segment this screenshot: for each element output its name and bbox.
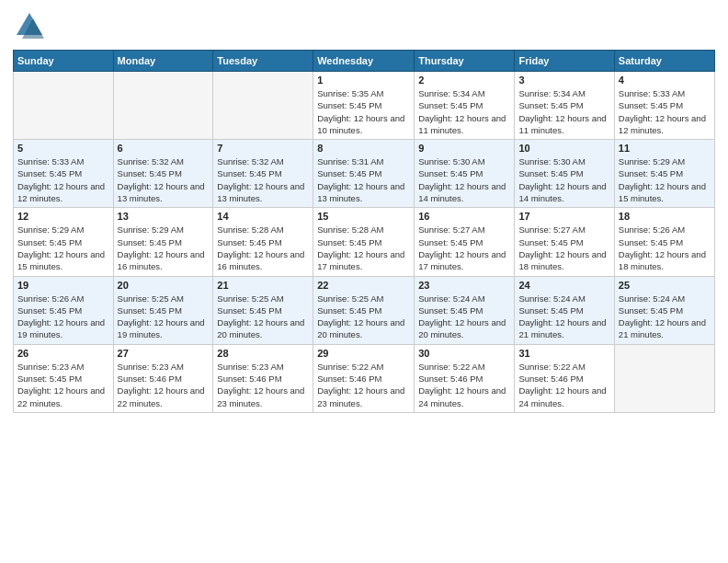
weekday-header-thursday: Thursday — [415, 51, 515, 72]
day-detail: Sunrise: 5:35 AMSunset: 5:45 PMDaylight:… — [317, 87, 410, 136]
calendar-cell: 20Sunrise: 5:25 AMSunset: 5:45 PMDayligh… — [113, 276, 213, 344]
calendar-cell: 14Sunrise: 5:28 AMSunset: 5:45 PMDayligh… — [213, 208, 313, 276]
day-number: 31 — [518, 348, 609, 359]
day-number: 3 — [518, 75, 609, 86]
calendar-cell: 28Sunrise: 5:23 AMSunset: 5:46 PMDayligh… — [213, 344, 313, 412]
day-detail: Sunrise: 5:24 AMSunset: 5:45 PMDaylight:… — [418, 293, 510, 341]
day-number: 19 — [17, 280, 109, 291]
day-number: 24 — [518, 280, 609, 291]
day-detail: Sunrise: 5:32 AMSunset: 5:45 PMDaylight:… — [217, 155, 309, 204]
day-detail: Sunrise: 5:25 AMSunset: 5:45 PMDaylight:… — [317, 293, 410, 341]
day-number: 26 — [17, 348, 109, 359]
day-detail: Sunrise: 5:34 AMSunset: 5:45 PMDaylight:… — [418, 87, 510, 136]
weekday-header-wednesday: Wednesday — [313, 51, 415, 72]
day-detail: Sunrise: 5:28 AMSunset: 5:45 PMDaylight:… — [217, 224, 309, 272]
day-number: 17 — [518, 211, 609, 222]
calendar-cell: 2Sunrise: 5:34 AMSunset: 5:45 PMDaylight… — [415, 72, 515, 140]
day-detail: Sunrise: 5:32 AMSunset: 5:45 PMDaylight:… — [118, 155, 210, 204]
calendar-cell: 10Sunrise: 5:30 AMSunset: 5:45 PMDayligh… — [515, 140, 614, 208]
calendar-cell: 12Sunrise: 5:29 AMSunset: 5:45 PMDayligh… — [14, 208, 114, 276]
calendar-cell: 16Sunrise: 5:27 AMSunset: 5:45 PMDayligh… — [415, 208, 515, 276]
calendar-cell: 24Sunrise: 5:24 AMSunset: 5:45 PMDayligh… — [515, 276, 614, 344]
day-detail: Sunrise: 5:30 AMSunset: 5:45 PMDaylight:… — [518, 155, 609, 204]
day-detail: Sunrise: 5:31 AMSunset: 5:45 PMDaylight:… — [317, 155, 410, 204]
day-number: 4 — [619, 75, 711, 86]
weekday-header-sunday: Sunday — [14, 51, 114, 72]
logo — [13, 9, 50, 42]
day-detail: Sunrise: 5:26 AMSunset: 5:45 PMDaylight:… — [17, 293, 109, 341]
calendar-table: SundayMondayTuesdayWednesdayThursdayFrid… — [13, 50, 715, 413]
calendar-cell: 15Sunrise: 5:28 AMSunset: 5:45 PMDayligh… — [313, 208, 415, 276]
calendar-cell: 5Sunrise: 5:33 AMSunset: 5:45 PMDaylight… — [14, 140, 114, 208]
day-detail: Sunrise: 5:23 AMSunset: 5:46 PMDaylight:… — [118, 361, 210, 409]
calendar-cell: 19Sunrise: 5:26 AMSunset: 5:45 PMDayligh… — [14, 276, 114, 344]
calendar-cell: 1Sunrise: 5:35 AMSunset: 5:45 PMDaylight… — [313, 72, 415, 140]
calendar-cell: 22Sunrise: 5:25 AMSunset: 5:45 PMDayligh… — [313, 276, 415, 344]
day-number: 5 — [17, 143, 109, 154]
day-detail: Sunrise: 5:29 AMSunset: 5:45 PMDaylight:… — [118, 224, 210, 272]
calendar-cell: 23Sunrise: 5:24 AMSunset: 5:45 PMDayligh… — [415, 276, 515, 344]
day-number: 22 — [317, 280, 410, 291]
day-number: 29 — [317, 348, 410, 359]
calendar-cell: 17Sunrise: 5:27 AMSunset: 5:45 PMDayligh… — [515, 208, 614, 276]
calendar-cell — [614, 344, 714, 412]
day-detail: Sunrise: 5:26 AMSunset: 5:45 PMDaylight:… — [619, 224, 711, 272]
day-number: 27 — [118, 348, 210, 359]
week-row-2: 5Sunrise: 5:33 AMSunset: 5:45 PMDaylight… — [14, 140, 715, 208]
day-detail: Sunrise: 5:23 AMSunset: 5:45 PMDaylight:… — [17, 361, 109, 409]
day-number: 7 — [217, 143, 309, 154]
day-number: 13 — [118, 211, 210, 222]
day-detail: Sunrise: 5:22 AMSunset: 5:46 PMDaylight:… — [418, 361, 510, 409]
day-detail: Sunrise: 5:25 AMSunset: 5:45 PMDaylight:… — [217, 293, 309, 341]
header — [13, 9, 715, 42]
calendar-cell: 26Sunrise: 5:23 AMSunset: 5:45 PMDayligh… — [14, 344, 114, 412]
day-detail: Sunrise: 5:29 AMSunset: 5:45 PMDaylight:… — [17, 224, 109, 272]
calendar-cell — [213, 72, 313, 140]
day-detail: Sunrise: 5:33 AMSunset: 5:45 PMDaylight:… — [619, 87, 711, 136]
day-number: 21 — [217, 280, 309, 291]
calendar-cell: 6Sunrise: 5:32 AMSunset: 5:45 PMDaylight… — [113, 140, 213, 208]
day-detail: Sunrise: 5:29 AMSunset: 5:45 PMDaylight:… — [619, 155, 711, 204]
weekday-header-saturday: Saturday — [614, 51, 714, 72]
weekday-header-row: SundayMondayTuesdayWednesdayThursdayFrid… — [14, 51, 715, 72]
calendar-cell: 30Sunrise: 5:22 AMSunset: 5:46 PMDayligh… — [415, 344, 515, 412]
day-detail: Sunrise: 5:22 AMSunset: 5:46 PMDaylight:… — [518, 361, 609, 409]
day-detail: Sunrise: 5:23 AMSunset: 5:46 PMDaylight:… — [217, 361, 309, 409]
calendar-cell: 3Sunrise: 5:34 AMSunset: 5:45 PMDaylight… — [515, 72, 614, 140]
calendar-cell: 25Sunrise: 5:24 AMSunset: 5:45 PMDayligh… — [614, 276, 714, 344]
day-number: 28 — [217, 348, 309, 359]
day-number: 1 — [317, 75, 410, 86]
week-row-4: 19Sunrise: 5:26 AMSunset: 5:45 PMDayligh… — [14, 276, 715, 344]
calendar-page: SundayMondayTuesdayWednesdayThursdayFrid… — [0, 0, 728, 563]
day-number: 20 — [118, 280, 210, 291]
day-detail: Sunrise: 5:27 AMSunset: 5:45 PMDaylight:… — [518, 224, 609, 272]
calendar-cell: 21Sunrise: 5:25 AMSunset: 5:45 PMDayligh… — [213, 276, 313, 344]
calendar-cell: 27Sunrise: 5:23 AMSunset: 5:46 PMDayligh… — [113, 344, 213, 412]
calendar-cell — [14, 72, 114, 140]
calendar-cell: 31Sunrise: 5:22 AMSunset: 5:46 PMDayligh… — [515, 344, 614, 412]
day-number: 23 — [418, 280, 510, 291]
day-detail: Sunrise: 5:24 AMSunset: 5:45 PMDaylight:… — [518, 293, 609, 341]
calendar-cell: 9Sunrise: 5:30 AMSunset: 5:45 PMDaylight… — [415, 140, 515, 208]
day-number: 11 — [619, 143, 711, 154]
day-number: 15 — [317, 211, 410, 222]
calendar-cell: 18Sunrise: 5:26 AMSunset: 5:45 PMDayligh… — [614, 208, 714, 276]
weekday-header-friday: Friday — [515, 51, 614, 72]
day-number: 16 — [418, 211, 510, 222]
day-detail: Sunrise: 5:24 AMSunset: 5:45 PMDaylight:… — [619, 293, 711, 341]
day-number: 14 — [217, 211, 309, 222]
weekday-header-monday: Monday — [113, 51, 213, 72]
day-detail: Sunrise: 5:22 AMSunset: 5:46 PMDaylight:… — [317, 361, 410, 409]
weekday-header-tuesday: Tuesday — [213, 51, 313, 72]
day-detail: Sunrise: 5:28 AMSunset: 5:45 PMDaylight:… — [317, 224, 410, 272]
day-number: 10 — [518, 143, 609, 154]
week-row-3: 12Sunrise: 5:29 AMSunset: 5:45 PMDayligh… — [14, 208, 715, 276]
day-number: 9 — [418, 143, 510, 154]
calendar-cell — [113, 72, 213, 140]
day-number: 30 — [418, 348, 510, 359]
day-detail: Sunrise: 5:25 AMSunset: 5:45 PMDaylight:… — [118, 293, 210, 341]
day-number: 12 — [17, 211, 109, 222]
calendar-cell: 11Sunrise: 5:29 AMSunset: 5:45 PMDayligh… — [614, 140, 714, 208]
day-detail: Sunrise: 5:34 AMSunset: 5:45 PMDaylight:… — [518, 87, 609, 136]
logo-icon — [13, 9, 46, 42]
